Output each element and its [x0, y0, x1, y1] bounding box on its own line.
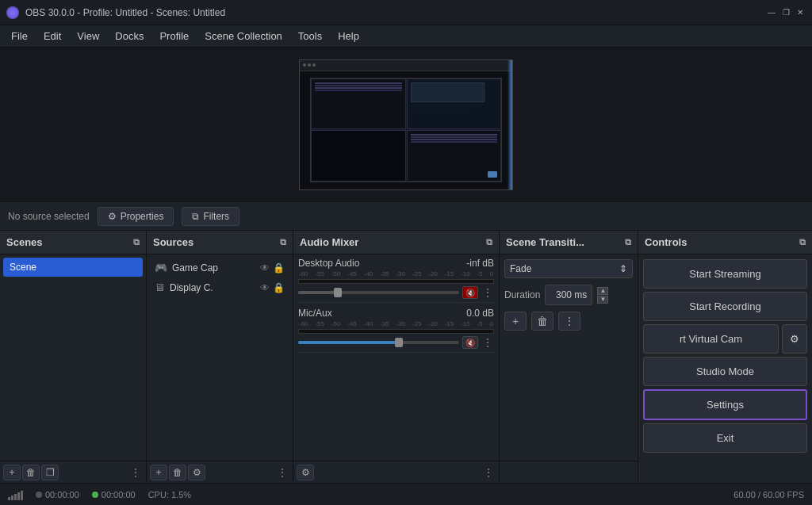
- more-transition-button[interactable]: ⋮: [558, 312, 580, 331]
- cpu-item: CPU: 1.5%: [148, 490, 191, 499]
- source-visibility-0[interactable]: 👁: [260, 262, 270, 274]
- copy-scene-button[interactable]: ❐: [41, 465, 59, 480]
- controls-title: Controls: [645, 236, 687, 248]
- menu-docks[interactable]: Docks: [107, 27, 151, 45]
- transitions-title: Scene Transiti...: [506, 236, 584, 248]
- gear-icon: ⚙: [108, 211, 117, 222]
- desktop-audio-channel: Desktop Audio -inf dB -60-55-50-45-40-35…: [298, 258, 494, 303]
- audio-footer: ⚙ ⋮: [293, 461, 499, 483]
- desktop-audio-fader[interactable]: [298, 291, 459, 294]
- audio-panel-header: Audio Mixer ⧉: [293, 231, 499, 254]
- source-lock-0[interactable]: 🔒: [273, 262, 285, 274]
- studio-mode-button[interactable]: Studio Mode: [643, 357, 807, 386]
- source-name-0: Game Cap: [172, 262, 255, 274]
- display-capture-icon: 🖥: [155, 281, 165, 293]
- source-settings-button[interactable]: ⚙: [188, 465, 205, 480]
- fps-value: 60.00 / 60.00 FPS: [733, 490, 804, 499]
- mic-aux-more[interactable]: ⋮: [481, 336, 494, 349]
- scenes-footer: + 🗑 ❐ ⋮: [0, 461, 146, 483]
- preview-screen: [299, 59, 513, 190]
- scenes-title: Scenes: [6, 236, 43, 248]
- game-capture-icon: 🎮: [155, 262, 167, 274]
- mic-aux-channel: Mic/Aux 0.0 dB -60-55-50-45-40-35-30-25-…: [298, 308, 494, 353]
- audio-collapse-icon[interactable]: ⧉: [486, 237, 492, 247]
- desktop-audio-header: Desktop Audio -inf dB: [298, 258, 494, 269]
- preview-cell-4: [407, 130, 501, 181]
- transitions-footer: [500, 461, 638, 483]
- source-visibility-1[interactable]: 👁: [260, 282, 270, 293]
- settings-button[interactable]: Settings: [643, 389, 807, 420]
- filters-button[interactable]: ⧉ Filters: [182, 207, 239, 226]
- scene-list: Scene: [0, 254, 146, 461]
- maximize-button[interactable]: ❐: [780, 7, 791, 18]
- statusbar: 00:00:00 00:00:00 CPU: 1.5% 60.00 / 60.0…: [0, 483, 812, 505]
- audio-settings-button[interactable]: ⚙: [297, 465, 314, 480]
- titlebar: OBS 30.0.0 - Profile: Untitled - Scenes:…: [0, 0, 812, 25]
- mic-aux-mute[interactable]: 🔇: [462, 336, 478, 349]
- start-recording-button[interactable]: Start Recording: [643, 292, 807, 321]
- stream-time: 00:00:00: [45, 490, 79, 499]
- menu-help[interactable]: Help: [330, 27, 367, 45]
- menu-file[interactable]: File: [3, 27, 36, 45]
- record-time-item: 00:00:00: [92, 490, 136, 499]
- mic-aux-header: Mic/Aux 0.0 dB: [298, 308, 494, 319]
- minimize-button[interactable]: —: [766, 7, 777, 18]
- no-source-label: No source selected: [8, 211, 90, 222]
- remove-transition-button[interactable]: 🗑: [531, 312, 553, 331]
- menu-edit[interactable]: Edit: [36, 27, 69, 45]
- preview-cell-2: [407, 78, 501, 129]
- transition-select[interactable]: Fade ⇕: [504, 259, 633, 278]
- cpu-label: CPU: 1.5%: [148, 490, 191, 499]
- source-item-1[interactable]: 🖥 Display C. 👁 🔒: [150, 277, 289, 297]
- scene-item-0[interactable]: Scene: [3, 258, 143, 277]
- desktop-audio-db: -inf dB: [466, 258, 494, 269]
- signal-bars: [8, 489, 23, 500]
- duration-spinner: ▲ ▼: [597, 287, 608, 304]
- transitions-collapse-icon[interactable]: ⧉: [625, 237, 631, 247]
- sources-footer: + 🗑 ⚙ ⋮: [147, 461, 293, 483]
- preview-area: [0, 48, 812, 202]
- mic-aux-fader[interactable]: [298, 341, 459, 344]
- transitions-panel-header: Scene Transiti... ⧉: [500, 231, 638, 254]
- controls-collapse-icon[interactable]: ⧉: [799, 237, 806, 247]
- virtual-cam-button[interactable]: rt Virtual Cam: [643, 324, 779, 354]
- properties-button[interactable]: ⚙ Properties: [98, 207, 174, 226]
- start-streaming-button[interactable]: Start Streaming: [643, 259, 807, 289]
- exit-button[interactable]: Exit: [643, 423, 807, 453]
- duration-down[interactable]: ▼: [597, 296, 608, 304]
- menu-tools[interactable]: Tools: [290, 27, 330, 45]
- duration-input[interactable]: 300 ms: [545, 285, 592, 305]
- desktop-audio-more[interactable]: ⋮: [481, 286, 494, 299]
- remove-source-button[interactable]: 🗑: [169, 465, 186, 480]
- scenes-collapse-icon[interactable]: ⧉: [133, 237, 140, 247]
- menu-profile[interactable]: Profile: [151, 27, 197, 45]
- add-source-button[interactable]: +: [150, 465, 167, 480]
- audio-more-button[interactable]: ⋮: [481, 465, 496, 480]
- sources-panel-header: Sources ⧉: [147, 231, 293, 254]
- scenes-more-button[interactable]: ⋮: [128, 465, 143, 480]
- virtual-cam-settings-button[interactable]: ⚙: [782, 324, 807, 354]
- preview-cell-1: [311, 78, 405, 129]
- menu-scene-collection[interactable]: Scene Collection: [197, 27, 290, 45]
- source-list: 🎮 Game Cap 👁 🔒 🖥 Display C. 👁 🔒: [147, 254, 293, 461]
- close-button[interactable]: ✕: [795, 7, 806, 18]
- source-item-0[interactable]: 🎮 Game Cap 👁 🔒: [150, 258, 289, 277]
- remove-scene-button[interactable]: 🗑: [22, 465, 40, 480]
- record-dot: [92, 492, 98, 498]
- source-lock-1[interactable]: 🔒: [273, 282, 285, 293]
- duration-up[interactable]: ▲: [597, 287, 608, 295]
- desktop-audio-scale: -60-55-50-45-40-35-30-25-20-15-10-50: [298, 270, 494, 277]
- desktop-audio-mute[interactable]: 🔇: [462, 286, 478, 299]
- add-scene-button[interactable]: +: [3, 465, 21, 480]
- mic-aux-scale: -60-55-50-45-40-35-30-25-20-15-10-50: [298, 320, 494, 327]
- sources-collapse-icon[interactable]: ⧉: [280, 237, 286, 247]
- duration-row: Duration 300 ms ▲ ▼: [504, 285, 633, 305]
- stream-dot: [36, 492, 42, 498]
- menu-view[interactable]: View: [69, 27, 107, 45]
- sources-more-button[interactable]: ⋮: [275, 465, 289, 480]
- controls-panel-header: Controls ⧉: [638, 231, 812, 254]
- controls-panel: Controls ⧉ Start Streaming Start Recordi…: [638, 231, 812, 483]
- add-transition-button[interactable]: +: [504, 312, 527, 331]
- record-time: 00:00:00: [102, 490, 136, 499]
- menubar: File Edit View Docks Profile Scene Colle…: [0, 25, 812, 48]
